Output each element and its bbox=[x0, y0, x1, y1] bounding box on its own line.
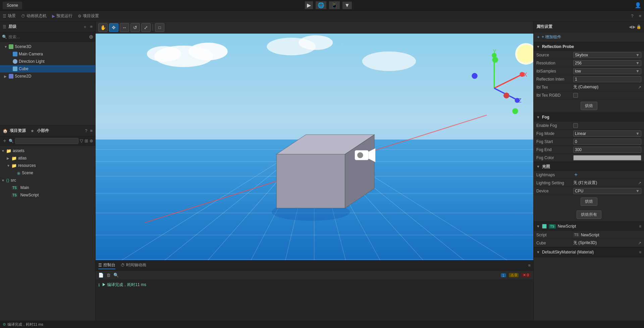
console-search-btn[interactable]: 🔍 bbox=[113, 273, 119, 278]
title-bar-right: 👤 bbox=[635, 2, 641, 8]
prop-fog-color-swatch[interactable] bbox=[573, 155, 641, 160]
badge-info: 1 bbox=[501, 273, 506, 277]
prop-script-ts-icon: TS bbox=[573, 233, 580, 237]
prop-lightmaps-label: Lightmaps bbox=[536, 173, 573, 177]
prop-device-dropdown-icon: ▼ bbox=[636, 189, 640, 193]
fog-header[interactable]: ▼ Fog bbox=[534, 113, 644, 122]
nav-prev-btn[interactable]: ◀ bbox=[629, 25, 632, 29]
add-component-btn[interactable]: ＋ + 增加组件 bbox=[536, 34, 561, 40]
more-button[interactable]: ▼ bbox=[342, 2, 352, 9]
newscript-arrow: ▼ bbox=[536, 224, 540, 228]
menu-animation[interactable]: ⏱ 动画状态机 bbox=[21, 13, 47, 19]
newscript-more-icon[interactable]: ≡ bbox=[639, 224, 641, 229]
defaultskymaterial-section: ▼ DefaultSkyMaterial (Material) ≡ bbox=[534, 247, 644, 257]
menu-scene[interactable]: ☰ 场景 bbox=[3, 13, 16, 19]
tree-item-direction-light[interactable]: ▶ Direction Light bbox=[0, 58, 95, 65]
assets-copy-btn[interactable]: ⊕ bbox=[90, 138, 93, 143]
newscript-toggle[interactable] bbox=[542, 224, 547, 229]
hierarchy-search-add-btn[interactable]: ⊕ bbox=[89, 34, 93, 40]
prop-fog-start-input[interactable] bbox=[573, 139, 641, 145]
prop-lighting-setting-link-icon[interactable]: ↗ bbox=[638, 181, 641, 185]
viewport[interactable]: Y X Z bbox=[96, 34, 533, 260]
lighting-section: ▼ 光照 Lightmaps ＋ Lighting Setting 无 (灯光设… bbox=[534, 162, 644, 222]
prop-source-value: Skybox bbox=[575, 53, 588, 57]
prop-reflection-inten-input[interactable] bbox=[573, 76, 641, 82]
assets-toolbar: ＋ 🔍 ▽ ⊞ ⊕ bbox=[0, 136, 95, 146]
prop-ibl-tex-rgbd-checkbox[interactable] bbox=[573, 93, 578, 98]
tab-timeline[interactable]: ⏱ 时间轴动画 bbox=[121, 262, 146, 269]
asset-item-atlas[interactable]: ▶ 📁 atlas bbox=[0, 154, 95, 162]
play-button[interactable]: ▶ bbox=[305, 1, 313, 9]
hierarchy-more-btn[interactable]: ≡ bbox=[90, 24, 93, 29]
assets-header: 🏠 项目资源 ★ 小部件 ? ≡ bbox=[0, 126, 95, 136]
reflection-probe-header[interactable]: ▼ Reflection Probe bbox=[534, 42, 644, 51]
tree-item-scene2d[interactable]: ▶ Scene2D bbox=[0, 73, 95, 80]
tree-item-cube[interactable]: ▶ Cube bbox=[0, 65, 95, 73]
tree-item-main-camera[interactable]: ▶ Main Camera bbox=[0, 50, 95, 58]
prop-cube-ref-link-icon[interactable]: ↗ bbox=[638, 241, 641, 245]
rotate-tool-btn[interactable]: ↺ bbox=[130, 23, 140, 32]
asset-item-newscript[interactable]: ▶ TS NewScript bbox=[0, 191, 95, 199]
defaultskymaterial-more-icon[interactable]: ≡ bbox=[639, 250, 641, 254]
scene-tab[interactable]: Scene bbox=[3, 2, 22, 9]
menu-more-icon[interactable]: ≡ bbox=[639, 13, 641, 18]
hierarchy-actions: ＋ ≡ bbox=[83, 24, 93, 30]
asset-item-scene[interactable]: ▶ ◉ Scene bbox=[0, 169, 95, 177]
prop-fog-mode-select[interactable]: Linear ▼ bbox=[573, 131, 641, 137]
defaultskymaterial-header[interactable]: ▼ DefaultSkyMaterial (Material) ≡ bbox=[534, 247, 644, 257]
mobile-button[interactable]: 📱 bbox=[329, 1, 340, 9]
title-bar: Scene ▶ 🌐 📱 ▼ 👤 bbox=[0, 0, 644, 11]
prop-lighting-setting: Lighting Setting 无 (灯光设置) ↗ bbox=[534, 179, 644, 187]
asset-item-resources[interactable]: ▼ 📁 resources bbox=[0, 162, 95, 169]
globe-button[interactable]: 🌐 bbox=[316, 1, 326, 9]
assets-help-btn[interactable]: ? bbox=[85, 128, 87, 133]
console-new-btn[interactable]: 📄 bbox=[98, 273, 104, 278]
svg-point-6 bbox=[362, 51, 416, 71]
asset-item-src[interactable]: ▼ ⟨⟩ src bbox=[0, 177, 95, 184]
lighting-header[interactable]: ▼ 光照 bbox=[534, 162, 644, 171]
viewport-toolbar: ✋ ✥ ↔ ↺ ⤢ □ bbox=[96, 21, 533, 34]
assets-search-input[interactable] bbox=[15, 138, 78, 144]
hierarchy-search-input[interactable] bbox=[8, 35, 88, 39]
assets-add-btn[interactable]: ＋ bbox=[2, 137, 7, 144]
move-tool-btn[interactable]: ✥ bbox=[109, 23, 118, 32]
assets-grid-btn[interactable]: ⊞ bbox=[85, 138, 88, 143]
assets-filter-btn[interactable]: ▽ bbox=[80, 138, 83, 143]
lighting-title: 光照 bbox=[542, 164, 550, 170]
nav-lock-btn[interactable]: 🔒 bbox=[636, 25, 641, 29]
prop-lightmaps-add-icon[interactable]: ＋ bbox=[573, 171, 579, 178]
tab-console[interactable]: ☰ 控制台 bbox=[98, 262, 115, 269]
bake-all-btn[interactable]: 烘焙所有 bbox=[577, 210, 601, 219]
prop-enable-fog-checkbox[interactable] bbox=[573, 123, 578, 128]
bake-btn-lighting[interactable]: 烘焙 bbox=[581, 197, 597, 206]
newscript-component-header[interactable]: ▼ TS NewScript ≡ bbox=[534, 222, 644, 231]
translate-tool-btn[interactable]: ↔ bbox=[120, 23, 129, 32]
prop-fog-end-input[interactable] bbox=[573, 147, 641, 153]
console-content: ℹ ▶ 编译完成，耗时11 ms bbox=[96, 280, 533, 321]
prop-cube-ref-value: 无 (Sprite3D) bbox=[573, 240, 637, 246]
prop-iblsamples-select[interactable]: low ▼ bbox=[573, 68, 641, 74]
assets-actions: ? ≡ bbox=[85, 128, 93, 133]
console-trash-btn[interactable]: 🗑 bbox=[106, 273, 111, 278]
prop-ibl-tex-link-icon[interactable]: ↗ bbox=[638, 85, 641, 90]
help-icon[interactable]: ? bbox=[631, 13, 633, 18]
nav-next-btn[interactable]: ▶ bbox=[633, 25, 636, 29]
tree-item-scene3d[interactable]: ▼ Scene3D bbox=[0, 43, 95, 50]
hand-tool-btn[interactable]: ✋ bbox=[98, 23, 108, 32]
asset-item-assets[interactable]: ▼ 📁 assets bbox=[0, 147, 95, 154]
hierarchy-add-btn[interactable]: ＋ bbox=[83, 24, 87, 30]
menu-preview[interactable]: ▶ 预览运行 bbox=[52, 13, 72, 19]
prop-source-select[interactable]: Skybox ▼ bbox=[573, 52, 641, 58]
rect-tool-btn[interactable]: □ bbox=[155, 23, 164, 32]
hierarchy-header: ☰ 层级 ＋ ≡ bbox=[0, 21, 95, 32]
main-label: Main bbox=[20, 185, 29, 190]
scale-tool-btn[interactable]: ⤢ bbox=[141, 23, 151, 32]
prop-device-select[interactable]: CPU ▼ bbox=[573, 188, 641, 194]
asset-item-main[interactable]: ▶ TS Main bbox=[0, 184, 95, 191]
prop-resolution-select[interactable]: 256 ▼ bbox=[573, 60, 641, 66]
assets-more-btn[interactable]: ≡ bbox=[90, 128, 93, 133]
main-camera-icon bbox=[13, 52, 17, 56]
bottom-panel-more-btn[interactable]: ≡ bbox=[528, 263, 531, 268]
bake-btn-reflection[interactable]: 烘焙 bbox=[581, 102, 597, 110]
menu-settings[interactable]: ⚙ 项目设置 bbox=[78, 13, 99, 19]
